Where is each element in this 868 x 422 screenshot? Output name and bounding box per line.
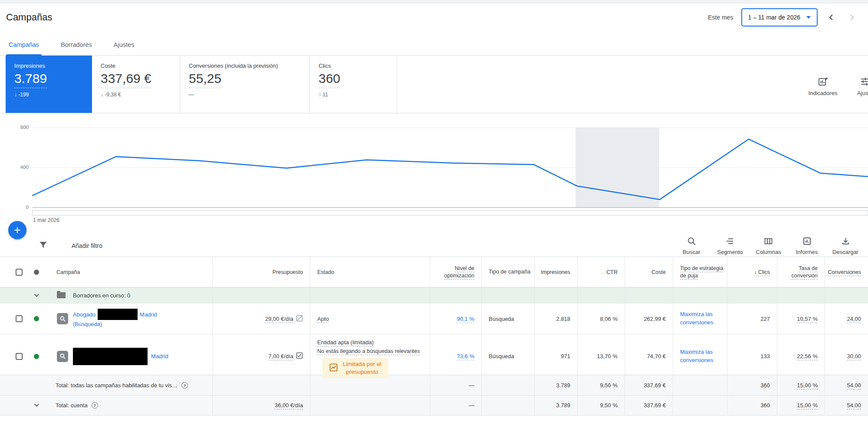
total-coste: 337,69 €: [625, 375, 673, 395]
scorecard-impresiones[interactable]: Impresiones 3.789 ↓ -199: [6, 56, 92, 113]
campaign-row-1: AbogadoMadrid (Búsqueda) 29,00 €/día Apt…: [0, 303, 868, 334]
chevron-down-icon[interactable]: [34, 293, 39, 297]
total-tasa: 15,00 %: [797, 382, 818, 389]
date-range-picker[interactable]: 1 – 11 mar de 2026: [741, 8, 818, 26]
campaign-row-2: Madrid 7,00 €/día Entidad apta (limitada…: [0, 334, 868, 375]
scorecard-label: Conversiones (incluida la previsión): [189, 63, 301, 69]
sort-descending-icon: ↓: [754, 269, 756, 275]
scorecard-delta: ↑ 11: [319, 92, 388, 98]
ajustar-label: Ajusta: [857, 90, 868, 96]
tab-bar: Campañas Borradores Ajustes: [0, 31, 868, 56]
estrategia-puja-link[interactable]: Maximiza las conversiones: [680, 310, 727, 327]
total-clics: 360: [727, 375, 777, 395]
row-checkbox[interactable]: [16, 315, 23, 322]
header-campana[interactable]: Campaña: [45, 257, 212, 287]
descargar-button[interactable]: Descargar: [832, 237, 858, 255]
search-campaign-type-icon: [57, 313, 68, 324]
scorecard-clics[interactable]: Clics 360 ↑ 11: [310, 56, 397, 113]
informes-label: Informes: [796, 249, 818, 255]
nivel-optimizacion-link[interactable]: 73,6 %: [457, 353, 474, 359]
estado-line-1[interactable]: Entidad apta (limitada): [317, 339, 374, 346]
group-expand-cell: [28, 287, 45, 303]
page-header: Campañas Este mes 1 – 11 mar de 2026: [0, 3, 868, 31]
budget-value[interactable]: 29,00 €/día: [265, 316, 293, 322]
campaign-name[interactable]: AbogadoMadrid (Búsqueda): [69, 309, 157, 329]
header-impresiones[interactable]: Impresiones: [534, 257, 577, 287]
portfolio-budget-icon: [296, 352, 303, 360]
help-icon[interactable]: ?: [181, 382, 188, 389]
coste-value: 74,70 €: [625, 334, 673, 378]
columnas-button[interactable]: Columnas: [756, 237, 782, 255]
total-impresiones: 3.789: [534, 375, 577, 395]
indicadores-button[interactable]: Indicadores: [804, 76, 842, 96]
header-ctr[interactable]: CTR: [577, 257, 625, 287]
tab-borradores[interactable]: Borradores: [58, 41, 95, 55]
date-preset-label: Este mes: [708, 14, 733, 21]
estado-value[interactable]: Apto: [317, 316, 329, 322]
estrategia-puja-link[interactable]: Maximiza las conversiones: [680, 348, 727, 365]
indicators-chart-icon: [818, 76, 828, 87]
next-period-button[interactable]: [845, 11, 858, 23]
ctr-value: 8,06 %: [577, 303, 625, 334]
scorecard-conversiones[interactable]: Conversiones (incluida la previsión) 55,…: [180, 56, 310, 113]
header-tasa[interactable]: Tasa de conversión: [777, 257, 825, 287]
total-coste: 337,69 €: [625, 396, 673, 415]
total-conversiones: 54,00: [847, 402, 861, 409]
redaction-box: [73, 348, 148, 365]
chevron-down-icon: [806, 16, 811, 19]
ajustar-button[interactable]: 3 Ajusta: [846, 76, 868, 96]
clics-value: 227: [727, 303, 777, 334]
x-axis-start-label: 1 mar 2026: [33, 217, 59, 223]
segmento-button[interactable]: Segmento: [717, 237, 743, 255]
campaign-name[interactable]: Madrid: [69, 348, 168, 365]
nivel-optimizacion-link[interactable]: 90,1 %: [457, 316, 474, 322]
header-conversiones[interactable]: Conversiones: [825, 257, 868, 287]
table-header-row: Campaña Presupuesto Estado Nivel de opti…: [0, 257, 868, 287]
budget-value[interactable]: 7,00 €/día: [268, 353, 293, 359]
select-all-checkbox[interactable]: [16, 269, 23, 276]
total-account-row: Total: cuenta ? 36,00 €/día — 3.789 9,50…: [0, 395, 868, 415]
tipo-campana-value: Búsqueda: [481, 334, 534, 378]
tasa-conversion-value[interactable]: 22,56 %: [797, 353, 818, 359]
columns-icon: [764, 237, 773, 247]
header-estrategia[interactable]: Tipo de estrategia de puja: [673, 257, 727, 287]
performance-chart-section: 800 400 0 1 mar 2026: [0, 113, 868, 234]
total-enabled-campaigns-row: Total: todas las campañas habilitadas de…: [0, 375, 868, 395]
segmento-label: Segmento: [717, 249, 743, 255]
header-coste[interactable]: Coste: [625, 257, 673, 287]
date-range-value: 1 – 11 mar de 2026: [748, 14, 800, 21]
informes-button[interactable]: Informes: [794, 237, 819, 255]
header-estado[interactable]: Estado: [310, 257, 430, 287]
tasa-conversion-value[interactable]: 10,57 %: [797, 316, 818, 322]
header-nivel[interactable]: Nivel de optimización: [430, 257, 481, 287]
total-conversiones: 54,00: [847, 382, 861, 389]
scorecard-delta: ↓ -9,38 €: [101, 92, 171, 98]
tab-campanas[interactable]: Campañas: [6, 41, 42, 55]
total-budget: 36,00 €/día: [275, 402, 303, 409]
tab-ajustes[interactable]: Ajustes: [111, 41, 137, 55]
indicadores-label: Indicadores: [808, 90, 837, 96]
total-ctr: 9,50 %: [577, 396, 625, 415]
scorecard-coste[interactable]: Coste 337,69 € ↓ -9,38 €: [92, 56, 180, 113]
header-tipo-campana[interactable]: Tipo de campaña: [481, 257, 534, 287]
page-title: Campañas: [6, 12, 52, 23]
add-filter-button[interactable]: Añadir filtro: [0, 241, 102, 250]
previous-period-button[interactable]: [825, 11, 838, 23]
add-campaign-fab[interactable]: +: [8, 221, 26, 239]
chevron-down-icon[interactable]: [34, 403, 39, 407]
buscar-button[interactable]: Buscar: [679, 237, 704, 255]
status-enabled-dot[interactable]: [34, 316, 39, 321]
help-icon[interactable]: ?: [92, 402, 98, 409]
status-filter-dot[interactable]: [34, 270, 39, 275]
header-presupuesto[interactable]: Presupuesto: [212, 257, 310, 287]
header-clics[interactable]: ↓ Clics: [727, 257, 777, 287]
header-checkbox-cell: [0, 257, 28, 287]
conversiones-value[interactable]: 30,00: [847, 353, 861, 359]
search-campaign-type-icon: [57, 351, 68, 362]
status-enabled-dot[interactable]: [34, 354, 39, 359]
row-checkbox[interactable]: [16, 353, 23, 360]
scorecard-value: 3.789: [14, 71, 47, 88]
conversiones-value[interactable]: 24,00: [847, 316, 861, 322]
estado-line-2[interactable]: No estás llegando a búsquedas relevantes: [317, 348, 420, 354]
budget-limited-icon: [329, 363, 338, 373]
